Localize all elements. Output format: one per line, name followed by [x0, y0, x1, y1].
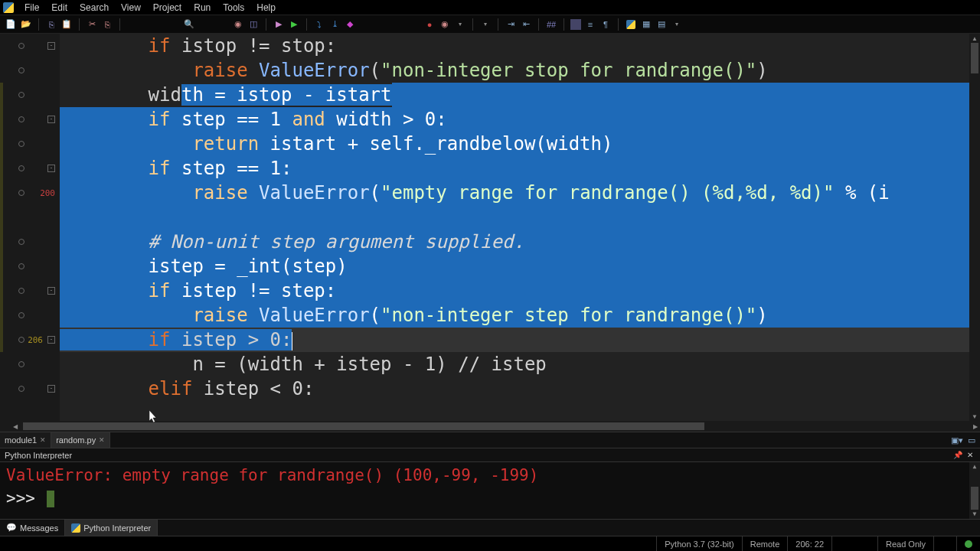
dropdown-icon[interactable]: ▾ [454, 18, 466, 31]
console[interactable]: ValueError: empty range for randrange() … [0, 462, 980, 519]
code-line[interactable]: if istep > 0: [60, 328, 969, 352]
code-line[interactable]: if istep != step: [60, 279, 969, 303]
copy-icon[interactable]: ⎘ [45, 18, 57, 31]
pilcrow-icon[interactable]: ¶ [599, 18, 612, 31]
status-remote[interactable]: Remote [742, 536, 788, 551]
vscroll-thumb[interactable] [971, 43, 978, 73]
code-line[interactable]: elif istep < 0: [60, 377, 969, 401]
fold-toggle-icon[interactable]: - [47, 116, 55, 123]
close-icon[interactable]: ✕ [40, 436, 46, 444]
search-icon[interactable]: 🔍 [183, 18, 195, 31]
breakpoint-dot-icon[interactable] [18, 116, 24, 122]
record-icon[interactable]: ● [423, 18, 436, 31]
watch-icon[interactable]: ◫ [247, 18, 260, 31]
dropdown3-icon[interactable]: ▾ [671, 18, 683, 31]
code-line[interactable]: if step == 1: [60, 156, 969, 181]
breakpoint-dot-icon[interactable] [18, 92, 24, 98]
close-icon[interactable]: ✕ [99, 436, 105, 444]
copy2-icon[interactable]: ⎘ [101, 18, 113, 31]
breakpoint-dot-icon[interactable] [18, 312, 24, 318]
breakpoint-dot-icon[interactable] [18, 67, 24, 73]
breakpoint-dot-icon[interactable] [18, 263, 24, 269]
panel-layout-icon[interactable]: ▭ [968, 435, 975, 445]
menu-help[interactable]: Help [250, 1, 282, 15]
scroll-up-icon[interactable]: ▲ [969, 462, 980, 471]
code-line[interactable]: width = istop - istart [60, 83, 969, 107]
breakpoint-dot-icon[interactable] [18, 141, 24, 147]
new-file-icon[interactable]: 📄 [5, 18, 17, 31]
editor-vscrollbar[interactable]: ▲ ▼ [969, 34, 980, 421]
open-file-icon[interactable]: 📂 [20, 18, 32, 31]
step-into-icon[interactable]: ⤓ [328, 18, 341, 31]
fold-toggle-icon[interactable]: - [47, 287, 55, 295]
code-line[interactable]: raise ValueError("non-integer stop for r… [60, 58, 969, 83]
fold-toggle-icon[interactable]: - [47, 42, 55, 50]
tab-messages[interactable]: 💬 Messages [0, 520, 65, 536]
editor-gutter[interactable]: ---200-206-- [0, 34, 60, 421]
fold-toggle-icon[interactable]: - [47, 385, 55, 393]
code-line[interactable]: if istop != stop: [60, 34, 969, 58]
step-out-icon[interactable]: ◆ [344, 18, 356, 31]
scroll-down-icon[interactable]: ▼ [969, 412, 980, 421]
tab-module1[interactable]: module1 ✕ [0, 432, 51, 448]
scroll-down-icon[interactable]: ▼ [969, 510, 980, 519]
code-line[interactable]: raise ValueError("non-integer step for r… [60, 303, 969, 328]
windows-icon[interactable]: ▦ [640, 18, 652, 31]
step-over-icon[interactable]: ⤵ [313, 18, 325, 31]
breakpoint-list-icon[interactable]: ◉ [232, 18, 244, 31]
numbers-icon[interactable]: ≡ [584, 18, 596, 31]
breakpoint-dot-icon[interactable] [18, 337, 24, 343]
code-line[interactable] [60, 205, 969, 230]
hscroll-thumb[interactable] [23, 422, 704, 430]
close-panel-icon[interactable]: ✕ [965, 451, 975, 459]
pin-icon[interactable]: 📌 [951, 451, 965, 459]
breakpoint-dot-icon[interactable] [18, 43, 24, 49]
breakpoint-dot-icon[interactable] [18, 239, 24, 245]
code-line[interactable]: # Non-unit step argument supplied. [60, 230, 969, 254]
breakpoint-dot-icon[interactable] [18, 165, 24, 171]
menu-file[interactable]: File [18, 1, 45, 15]
editor-hscrollbar[interactable]: ◀ ▶ [0, 421, 980, 432]
menu-view[interactable]: View [115, 1, 147, 15]
status-empty [831, 536, 877, 551]
breakpoint-dot-icon[interactable] [18, 361, 24, 367]
outdent-icon[interactable]: ⇤ [520, 18, 532, 31]
layout-icon[interactable]: ▤ [655, 18, 668, 31]
play-icon[interactable]: ▶ [288, 18, 300, 31]
cut-icon[interactable]: ✂ [86, 18, 98, 31]
menu-edit[interactable]: Edit [45, 1, 74, 15]
scroll-right-icon[interactable]: ▶ [971, 421, 980, 432]
paste-icon[interactable]: 📋 [60, 18, 73, 31]
code-line[interactable]: if step == 1 and width > 0: [60, 107, 969, 132]
breakpoint-dot-icon[interactable] [18, 288, 24, 294]
tab-python-interpreter[interactable]: Python Interpreter [65, 520, 158, 536]
record-stop-icon[interactable]: ◉ [439, 18, 451, 31]
scroll-left-icon[interactable]: ◀ [11, 421, 20, 432]
menu-search[interactable]: Search [74, 1, 115, 15]
fold-toggle-icon[interactable]: - [47, 336, 55, 344]
code-line[interactable]: n = (width + istep - 1) // istep [60, 352, 969, 377]
python-tb-icon[interactable] [625, 18, 637, 31]
indent-icon[interactable]: ⇥ [505, 18, 517, 31]
scroll-up-icon[interactable]: ▲ [969, 34, 980, 43]
toggle-icon[interactable] [570, 19, 581, 30]
code-line[interactable]: istep = _int(step) [60, 254, 969, 279]
menu-run[interactable]: Run [188, 1, 217, 15]
menu-tools[interactable]: Tools [217, 1, 250, 15]
console-vscrollbar[interactable]: ▲ ▼ [969, 462, 980, 519]
tab-random-py[interactable]: random.py ✕ [51, 432, 110, 448]
breakpoint-dot-icon[interactable] [18, 386, 24, 392]
menubar: File Edit Search View Project Run Tools … [0, 0, 980, 15]
menu-project[interactable]: Project [147, 1, 188, 15]
run-icon[interactable]: ▶ [273, 18, 285, 31]
code-line[interactable]: return istart + self._randbelow(width) [60, 132, 969, 156]
panel-title: Python Interpreter [5, 451, 72, 460]
code-line[interactable]: raise ValueError("empty range for randra… [60, 181, 969, 205]
fold-toggle-icon[interactable]: - [47, 165, 55, 172]
new-tab-icon[interactable]: ▣▾ [951, 435, 963, 445]
status-python-version[interactable]: Python 3.7 (32-bit) [656, 536, 742, 551]
code-area[interactable]: if istop != stop: raise ValueError("non-… [60, 34, 969, 421]
comment-icon[interactable]: ## [545, 18, 557, 31]
dropdown2-icon[interactable]: ▾ [479, 18, 492, 31]
breakpoint-dot-icon[interactable] [18, 190, 24, 196]
